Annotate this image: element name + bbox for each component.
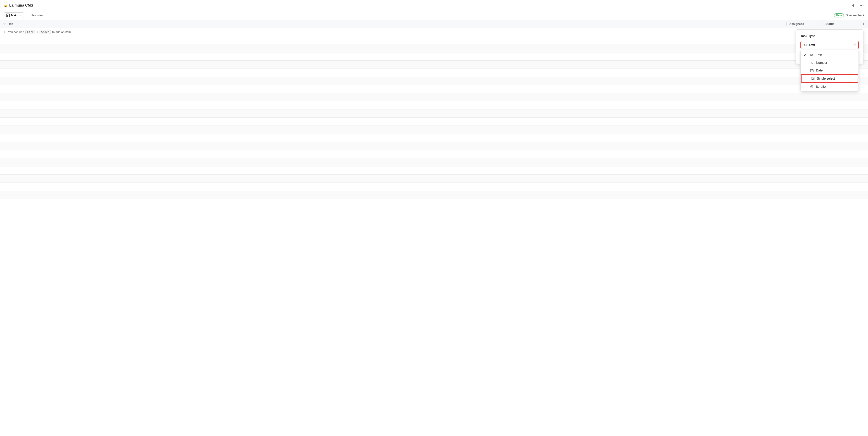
date-type-icon <box>810 69 814 72</box>
dropdown-item-single-select[interactable]: Single select <box>801 74 858 83</box>
task-type-panel-overlay: Task Type Aa Text ▾ ✓ Aa Text <box>796 29 864 64</box>
hint-text-suffix: to add an item <box>52 30 71 34</box>
title-column-label: Title <box>7 22 13 26</box>
select-icon: Aa <box>804 43 807 47</box>
toolbar: Main + New view Beta Give feedback <box>0 11 868 20</box>
single-select-type-icon <box>811 77 815 80</box>
dropdown-item-single-select-label: Single select <box>817 77 835 80</box>
header: 🔒 Laimuna CMS <box>0 0 868 11</box>
svg-rect-17 <box>811 77 814 80</box>
header-left: 🔒 Laimuna CMS <box>4 3 851 7</box>
beta-badge: Beta <box>834 13 844 18</box>
table-icon <box>6 13 10 17</box>
table-row <box>0 126 868 134</box>
header-right <box>851 3 864 8</box>
main-view-label: Main <box>11 13 18 17</box>
dropdown-item-number-label: Number <box>816 61 827 64</box>
table-row <box>0 44 868 53</box>
table-row <box>0 134 868 142</box>
empty-rows <box>0 36 868 199</box>
select-text: Text <box>809 43 815 47</box>
task-type-panel: Task Type Aa Text ▾ ✓ Aa Text <box>796 29 864 64</box>
hint-row: + You can use Ctrl + Space to add an ite… <box>0 28 868 36</box>
col-title-header: Title <box>0 22 786 26</box>
add-item-button[interactable]: + <box>3 30 6 34</box>
hint-text-prefix: You can use <box>8 30 24 34</box>
dropdown-item-text-label: Text <box>816 53 822 57</box>
svg-rect-18 <box>812 78 813 79</box>
table-row <box>0 118 868 126</box>
toolbar-right: Beta Give feedback <box>834 13 864 18</box>
panel-title: Task Type <box>800 34 859 38</box>
layout-icon <box>852 4 855 7</box>
iteration-type-icon <box>810 85 814 88</box>
table-row <box>0 183 868 191</box>
more-options-button[interactable] <box>859 3 864 8</box>
table-row <box>0 150 868 158</box>
table-row <box>0 175 868 183</box>
table-body: + You can use Ctrl + Space to add an ite… <box>0 28 868 199</box>
dropdown-item-iteration-label: Iteration <box>816 85 828 88</box>
table-row <box>0 142 868 150</box>
space-key-badge: Space <box>39 30 51 34</box>
give-feedback-button[interactable]: Give feedback <box>846 13 864 17</box>
text-type-icon: Aa <box>810 53 814 57</box>
dropdown-item-date-label: Date <box>816 68 823 72</box>
table-row <box>0 36 868 44</box>
lock-icon: 🔒 <box>4 4 7 7</box>
dropdown-item-number[interactable]: ½ Number <box>801 59 859 66</box>
dropdown-item-date[interactable]: Date <box>801 66 859 74</box>
svg-point-19 <box>810 85 813 88</box>
dropdown-arrow-icon <box>19 14 22 17</box>
table-row <box>0 191 868 199</box>
layout-icon-button[interactable] <box>851 3 856 8</box>
table-header: Title Assignees Status + <box>0 20 868 28</box>
plus-separator: + <box>36 30 38 34</box>
svg-point-4 <box>862 5 862 6</box>
dropdown-item-iteration[interactable]: Iteration <box>801 83 859 90</box>
assignees-column-label: Assignees <box>789 22 804 26</box>
ctrl-key-badge: Ctrl <box>25 30 35 34</box>
table-row <box>0 101 868 110</box>
chevron-down-icon: ▾ <box>854 43 856 47</box>
new-view-button[interactable]: + New view <box>26 13 45 18</box>
svg-point-3 <box>860 5 861 6</box>
type-select-box[interactable]: Aa Text ▾ <box>800 41 859 49</box>
col-assignees-header: Assignees <box>786 22 823 26</box>
table-row <box>0 53 868 61</box>
app-title: Laimuna CMS <box>9 3 33 7</box>
type-dropdown-menu: ✓ Aa Text ½ Number <box>800 50 859 92</box>
svg-rect-13 <box>810 69 813 72</box>
table-row <box>0 110 868 118</box>
svg-point-5 <box>863 5 864 6</box>
table-row <box>0 61 868 69</box>
svg-rect-6 <box>6 14 9 17</box>
check-icon: ✓ <box>804 53 807 57</box>
svg-point-20 <box>811 86 812 87</box>
select-left: Aa Text <box>804 43 815 47</box>
table-row <box>0 77 868 85</box>
new-view-label: + New view <box>28 13 43 17</box>
type-select-wrapper: Aa Text ▾ ✓ Aa Text ½ Number <box>800 41 859 49</box>
add-column-button[interactable]: + <box>859 22 868 26</box>
table-row <box>0 167 868 175</box>
table-row <box>0 93 868 101</box>
main-view-button[interactable]: Main <box>4 12 24 18</box>
more-options-icon <box>860 4 864 7</box>
status-column-label: Status <box>826 22 835 26</box>
table-row <box>0 85 868 93</box>
filter-icon <box>3 22 6 26</box>
dropdown-item-text[interactable]: ✓ Aa Text <box>801 51 859 59</box>
table-row <box>0 69 868 77</box>
number-type-icon: ½ <box>810 61 814 64</box>
col-status-header: Status <box>823 22 859 26</box>
table-row <box>0 158 868 167</box>
